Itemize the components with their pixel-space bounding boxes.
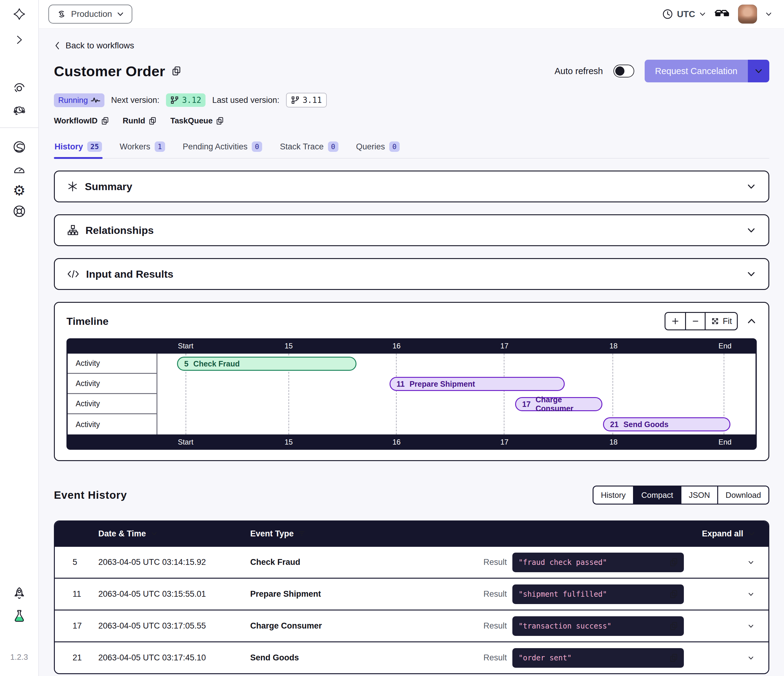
- nexus-icon[interactable]: [12, 140, 26, 154]
- collapse-timeline-chevron-icon[interactable]: [746, 316, 757, 326]
- tab-pending-activities[interactable]: Pending Activities0: [182, 140, 263, 158]
- axis-tick: 18: [610, 342, 618, 350]
- event-id: 11: [73, 589, 98, 599]
- temporal-logo-icon[interactable]: [12, 7, 26, 21]
- summary-section[interactable]: Summary: [54, 171, 769, 202]
- axis-tick: 17: [501, 438, 509, 446]
- getting-started-rocket-icon[interactable]: [12, 587, 26, 600]
- copy-result-icon[interactable]: [669, 621, 678, 631]
- request-cancelation-button[interactable]: Request Cancelation: [645, 60, 769, 82]
- bar-event-id: 11: [397, 380, 404, 389]
- support-lifebuoy-icon[interactable]: [12, 205, 26, 218]
- workflow-detail-page: Back to workflows Customer Order Auto re…: [39, 28, 784, 674]
- view-json-button[interactable]: JSON: [680, 486, 717, 504]
- last-version-badge: 3.11: [286, 93, 327, 107]
- result-label: Result: [483, 653, 512, 662]
- datetime-column-label: Date & Time: [98, 529, 146, 539]
- input-results-section[interactable]: Input and Results: [54, 258, 769, 290]
- event-row-charge-consumer[interactable]: 17 2063-04-05 UTC 03:17:05.55 Charge Con…: [55, 609, 768, 642]
- chevron-down-icon[interactable]: [746, 269, 756, 279]
- event-timestamp: 2063-04-05 UTC 03:14:15.92: [98, 558, 250, 567]
- download-button[interactable]: Download: [717, 486, 768, 504]
- git-branch-icon: [291, 96, 300, 104]
- sidebar-divider: [0, 127, 39, 128]
- timezone-label: UTC: [677, 9, 695, 19]
- back-to-workflows-link[interactable]: Back to workflows: [54, 41, 134, 51]
- expand-row-chevron-icon[interactable]: [748, 558, 758, 567]
- result-value-pill[interactable]: "fraud check passed": [512, 553, 684, 572]
- settings-gear-icon[interactable]: ⚙: [12, 184, 26, 197]
- chevron-down-icon[interactable]: [746, 225, 756, 235]
- bar-event-name: Check Fraud: [193, 359, 240, 368]
- run-id-label: RunId: [123, 116, 145, 126]
- timeline-bar-send-goods[interactable]: 21Send Goods: [603, 417, 730, 431]
- timezone-selector[interactable]: UTC: [662, 9, 706, 20]
- timeline-bar-prepare-shipment[interactable]: 11Prepare Shipment: [390, 377, 565, 391]
- namespace-name: Production: [71, 9, 112, 19]
- cancelation-menu-arrow[interactable]: [748, 60, 769, 82]
- tab-label: History: [54, 142, 83, 152]
- task-queue-copy[interactable]: TaskQueue: [170, 116, 224, 126]
- copy-title-icon[interactable]: [171, 65, 182, 76]
- zoom-in-button[interactable]: [666, 313, 685, 329]
- chevron-down-icon[interactable]: [746, 182, 756, 191]
- namespaces-icon[interactable]: [12, 81, 26, 95]
- last-version-label: Last used version:: [212, 96, 279, 105]
- code-icon: [67, 269, 79, 279]
- expand-all-button[interactable]: Expand all: [702, 529, 758, 539]
- user-menu-chevron-icon[interactable]: [765, 11, 772, 18]
- workflow-id-copy[interactable]: WorkflowID: [54, 116, 109, 126]
- workflow-tabs: History25 Workers1 Pending Activities0 S…: [54, 140, 769, 159]
- expand-row-chevron-icon[interactable]: [748, 621, 758, 631]
- axis-tick: End: [719, 342, 732, 350]
- expand-row-chevron-icon[interactable]: [748, 653, 758, 663]
- event-id: 17: [73, 621, 98, 631]
- copy-result-icon[interactable]: [669, 558, 678, 567]
- zoom-out-button[interactable]: [685, 313, 705, 329]
- chevron-down-icon: [699, 11, 706, 18]
- expand-sidebar-icon[interactable]: [12, 33, 26, 47]
- filter-event-type-header[interactable]: Event Type: [250, 529, 409, 539]
- relationships-section[interactable]: Relationships: [54, 214, 769, 246]
- zoom-fit-button[interactable]: Fit: [705, 313, 737, 329]
- usage-icon[interactable]: [12, 162, 26, 176]
- expand-all-label: Expand all: [702, 529, 743, 539]
- labs-glasses-icon[interactable]: [714, 8, 730, 20]
- timeline-axis-bottom: Start 15 16 17 18 End: [67, 434, 757, 450]
- labs-flask-icon[interactable]: [12, 609, 26, 623]
- result-value-pill[interactable]: "shipment fulfilled": [512, 584, 684, 604]
- schedules-icon[interactable]: [12, 104, 26, 117]
- tab-history[interactable]: History25: [54, 140, 103, 158]
- namespace-selector[interactable]: Production: [48, 5, 132, 23]
- copy-result-icon[interactable]: [669, 653, 678, 663]
- timeline-bar-check-fraud[interactable]: 5Check Fraud: [177, 357, 356, 371]
- timeline-zoom-controls: Fit: [664, 312, 738, 330]
- page-title: Customer Order: [54, 63, 165, 79]
- request-cancelation-label[interactable]: Request Cancelation: [645, 60, 748, 82]
- toggle-knob: [615, 67, 624, 76]
- result-value-pill[interactable]: "transaction success": [512, 616, 684, 636]
- auto-refresh-toggle[interactable]: [613, 65, 634, 78]
- event-timestamp: 2063-04-05 UTC 03:15:55.01: [98, 589, 250, 599]
- event-row-send-goods[interactable]: 21 2063-04-05 UTC 03:17:45.10 Send Goods…: [55, 642, 768, 673]
- tab-stack-trace[interactable]: Stack Trace0: [279, 140, 339, 158]
- tab-workers[interactable]: Workers1: [119, 140, 166, 158]
- bar-event-name: Prepare Shipment: [409, 380, 475, 389]
- sort-datetime-header[interactable]: Date & Time: [98, 529, 250, 539]
- tab-queries[interactable]: Queries0: [356, 140, 400, 158]
- run-id-copy[interactable]: RunId: [123, 116, 157, 126]
- expand-row-chevron-icon[interactable]: [748, 589, 758, 599]
- event-type: Check Fraud: [250, 558, 409, 567]
- result-value-pill[interactable]: "order sent": [512, 648, 684, 668]
- last-version-value: 3.11: [303, 96, 322, 105]
- user-avatar[interactable]: [738, 5, 757, 23]
- event-row-prepare-shipment[interactable]: 11 2063-04-05 UTC 03:15:55.01 Prepare Sh…: [55, 578, 768, 609]
- view-history-button[interactable]: History: [594, 486, 633, 504]
- auto-refresh-label: Auto refresh: [555, 66, 603, 76]
- view-compact-button[interactable]: Compact: [633, 486, 680, 504]
- timeline-bar-charge-consumer[interactable]: 17Charge Consumer: [515, 397, 602, 411]
- section-title: Input and Results: [86, 268, 173, 280]
- copy-result-icon[interactable]: [669, 589, 678, 599]
- event-row-check-fraud[interactable]: 5 2063-04-05 UTC 03:14:15.92 Check Fraud…: [55, 546, 768, 578]
- next-version-label: Next version:: [111, 96, 160, 105]
